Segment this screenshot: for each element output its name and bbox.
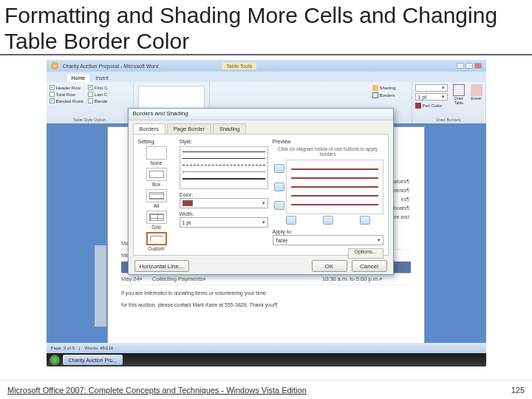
setting-column: Setting: None Box All Grid Custom	[138, 139, 175, 250]
row-header-vertical	[95, 245, 106, 327]
pen-color-label: Pen Color	[423, 103, 443, 108]
setting-custom[interactable]: Custom	[138, 232, 175, 251]
color-swatch	[183, 200, 193, 206]
first-col-label: First C	[95, 86, 108, 90]
draw-borders-label: Draw Borders	[415, 117, 482, 122]
slide-footer: Microsoft Office 2007: Complete Concepts…	[0, 380, 532, 399]
last-col-checkbox[interactable]	[88, 92, 93, 97]
preview-diagram[interactable]	[286, 160, 383, 214]
header-row-checkbox[interactable]	[50, 85, 55, 90]
status-page: Page: 3 of 3	[51, 346, 75, 350]
edge-bottom-button[interactable]	[274, 201, 284, 210]
minimize-button[interactable]	[457, 63, 464, 69]
total-row-checkbox[interactable]	[50, 92, 55, 97]
borders-label: Borders	[380, 93, 395, 98]
pen-size-combo[interactable]: 1 pt	[415, 93, 448, 100]
doc-paragraph: If you are interested in donating items …	[121, 290, 411, 297]
eraser-label: Eraser	[471, 96, 482, 100]
table-style-options-group: Header Row Total Row Banded Rows First C…	[47, 82, 134, 123]
taskbar-item[interactable]: Charity Auction Pro...	[63, 355, 123, 365]
width-combo[interactable]: 1 pt	[180, 217, 268, 228]
setting-all[interactable]: All	[138, 189, 175, 208]
edge-vmiddle-button[interactable]	[323, 216, 333, 225]
tab-home[interactable]: Home	[67, 74, 90, 82]
preview-hint: Click on diagram below or use buttons to…	[273, 146, 383, 157]
tab-shading[interactable]: Shading	[213, 123, 247, 134]
borders-icon[interactable]	[372, 92, 378, 98]
edge-hmiddle-button[interactable]	[274, 183, 284, 191]
start-button[interactable]	[50, 355, 60, 365]
tab-insert[interactable]: Insert	[91, 74, 113, 82]
dialog-footer: Horizontal Line... OK Cancel	[129, 260, 393, 276]
borders-shading-dialog: Borders and Shading Borders Page Border …	[128, 108, 394, 275]
last-col-label: Last C	[95, 92, 107, 97]
tab-borders[interactable]: Borders	[133, 123, 166, 134]
setting-none[interactable]: None	[138, 146, 175, 166]
taskbar: Charity Auction Pro...	[47, 353, 486, 366]
doc-paragraph: for this auction, please contact Mark Ka…	[121, 301, 411, 309]
banded-cols-label: Bande	[95, 99, 107, 103]
window-title: Charity Auction Proposal - Microsoft Wor…	[63, 64, 159, 69]
statusbar: Page: 3 of 3 | Words: 48/216	[47, 343, 486, 353]
draw-table-label: Draw Table	[451, 96, 468, 105]
apply-to-label: Apply to:	[273, 229, 383, 234]
draw-borders-group: 1 pt Pen Color Draw Table Eraser Draw Bo…	[412, 82, 486, 123]
pen-size-value: 1 pt	[418, 95, 427, 100]
dialog-title: Borders and Shading	[129, 109, 393, 120]
total-row-label: Total Row	[56, 92, 75, 97]
style-label: Style:	[180, 139, 268, 144]
table-style-options-label: Table Style Option	[50, 117, 130, 122]
color-combo[interactable]	[180, 198, 268, 208]
apply-to-combo[interactable]: Table	[273, 235, 383, 245]
setting-box[interactable]: Box	[138, 168, 175, 187]
shading-icon[interactable]	[372, 85, 378, 91]
options-button[interactable]: Options...	[348, 248, 383, 259]
pen-color-icon[interactable]	[415, 103, 421, 109]
draw-table-icon[interactable]	[453, 84, 465, 96]
shading-label: Shading	[380, 86, 396, 90]
slide-title: Formatting and Shading More Cells and Ch…	[0, 0, 532, 55]
eraser-icon[interactable]	[471, 84, 482, 96]
edge-right-button[interactable]	[360, 216, 370, 225]
maximize-button[interactable]	[466, 63, 473, 69]
tab-page-border[interactable]: Page Border	[167, 123, 211, 134]
cancel-button[interactable]: Cancel	[352, 260, 387, 272]
style-list[interactable]	[180, 146, 268, 189]
office-button-icon[interactable]	[51, 62, 58, 69]
horizontal-line-button[interactable]: Horizontal Line...	[134, 260, 189, 272]
dialog-body: Setting: None Box All Grid Custom Style:…	[133, 134, 389, 256]
ribbon-tabs: Home Insert	[47, 72, 486, 82]
setting-grid[interactable]: Grid	[138, 211, 175, 230]
status-words: Words: 48/216	[84, 346, 113, 350]
banded-rows-checkbox[interactable]	[50, 98, 55, 103]
close-button[interactable]	[474, 63, 482, 69]
setting-label: Setting:	[138, 139, 175, 144]
word-window: Charity Auction Proposal - Microsoft Wor…	[47, 60, 486, 366]
banded-cols-checkbox[interactable]	[88, 98, 93, 103]
header-row-label: Header Row	[56, 86, 81, 90]
color-label: Color:	[180, 192, 268, 197]
footer-text: Microsoft Office 2007: Complete Concepts…	[7, 386, 307, 395]
preview-column: Preview Click on diagram below or use bu…	[273, 139, 383, 250]
edge-left-button[interactable]	[286, 216, 296, 225]
style-column: Style: Color: Width: 1 pt	[180, 139, 268, 250]
banded-rows-label: Banded Rows	[56, 99, 83, 103]
width-label: Width:	[180, 211, 268, 216]
first-col-checkbox[interactable]	[88, 85, 93, 90]
width-value: 1 pt	[183, 220, 191, 225]
preview-box	[273, 160, 383, 214]
edge-top-button[interactable]	[274, 164, 284, 173]
preview-label: Preview	[273, 139, 383, 144]
apply-to-value: Table	[276, 238, 288, 243]
titlebar: Charity Auction Proposal - Microsoft Wor…	[47, 60, 486, 72]
pen-style-combo[interactable]	[415, 84, 448, 92]
ok-button[interactable]: OK	[312, 260, 347, 272]
context-tab-group: Table Tools	[222, 63, 256, 69]
dialog-tabs: Borders Page Border Shading	[129, 120, 393, 134]
page-number: 125	[511, 386, 525, 395]
